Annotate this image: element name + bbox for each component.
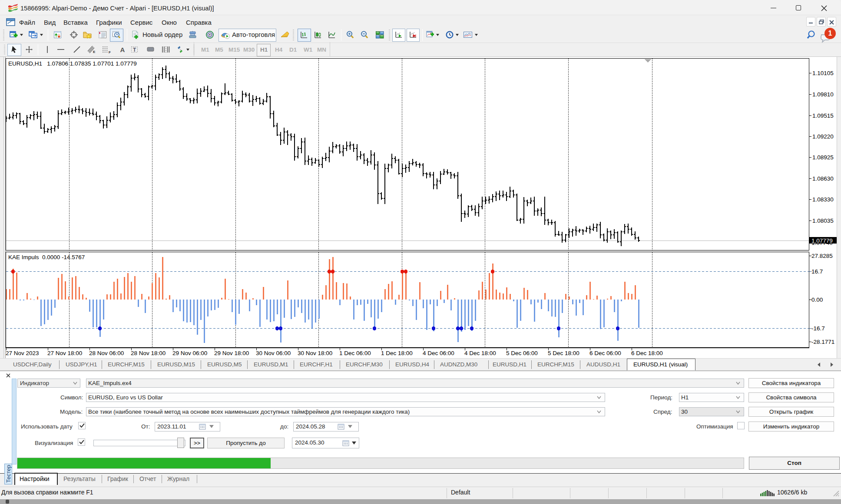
- svg-text:-16.7: -16.7: [811, 325, 825, 332]
- svg-text:6 Dec 06:00: 6 Dec 06:00: [589, 350, 621, 356]
- svg-text:6 Dec 18:00: 6 Dec 18:00: [631, 350, 663, 356]
- svg-text:30 Nov 06:00: 30 Nov 06:00: [256, 350, 291, 356]
- svg-text:1.09810: 1.09810: [812, 91, 834, 98]
- svg-text:T: T: [133, 47, 136, 53]
- svg-text:EURUSD,H1 1.07806 1.07835 1.: EURUSD,H1 1.07806 1.07835 1.07701 1.0777…: [8, 60, 137, 67]
- svg-text:16.7: 16.7: [811, 268, 823, 275]
- svg-text:4 Dec 06:00: 4 Dec 06:00: [423, 350, 454, 356]
- svg-text:1.09515: 1.09515: [812, 112, 834, 119]
- svg-text:-28.1771: -28.1771: [811, 339, 834, 345]
- svg-text:1.10105: 1.10105: [812, 70, 834, 76]
- svg-text:4 Dec 18:00: 4 Dec 18:00: [464, 350, 496, 356]
- svg-text:1.08035: 1.08035: [812, 217, 834, 224]
- svg-text:0.00: 0.00: [811, 296, 823, 303]
- svg-text:KAE Impuls 0.0000 -14.5767: KAE Impuls 0.0000 -14.5767: [8, 254, 85, 260]
- svg-text:1.08330: 1.08330: [812, 196, 834, 203]
- svg-text:1.08630: 1.08630: [812, 175, 834, 182]
- svg-text:28 Nov 18:00: 28 Nov 18:00: [131, 350, 166, 356]
- svg-text:1.08925: 1.08925: [812, 154, 834, 161]
- svg-text:1 Dec 06:00: 1 Dec 06:00: [339, 350, 371, 356]
- svg-text:5 Dec 18:00: 5 Dec 18:00: [548, 350, 579, 356]
- svg-text:30 Nov 18:00: 30 Nov 18:00: [298, 350, 332, 356]
- svg-text:29 Nov 18:00: 29 Nov 18:00: [214, 350, 249, 356]
- svg-text:27 Nov 18:00: 27 Nov 18:00: [47, 350, 82, 356]
- svg-text:28 Nov 06:00: 28 Nov 06:00: [89, 350, 124, 356]
- svg-text:29 Nov 06:00: 29 Nov 06:00: [172, 350, 207, 356]
- svg-text:27 Nov 2023: 27 Nov 2023: [6, 350, 39, 356]
- svg-text:F: F: [109, 50, 111, 54]
- svg-text:1.07779: 1.07779: [811, 237, 833, 244]
- svg-text:A: A: [120, 46, 125, 53]
- svg-text:27.8285: 27.8285: [811, 253, 833, 259]
- svg-text:5 Dec 06:00: 5 Dec 06:00: [506, 350, 538, 356]
- svg-text:1 Dec 18:00: 1 Dec 18:00: [381, 350, 413, 356]
- svg-text:1.09220: 1.09220: [812, 133, 834, 140]
- svg-text:E: E: [93, 50, 96, 54]
